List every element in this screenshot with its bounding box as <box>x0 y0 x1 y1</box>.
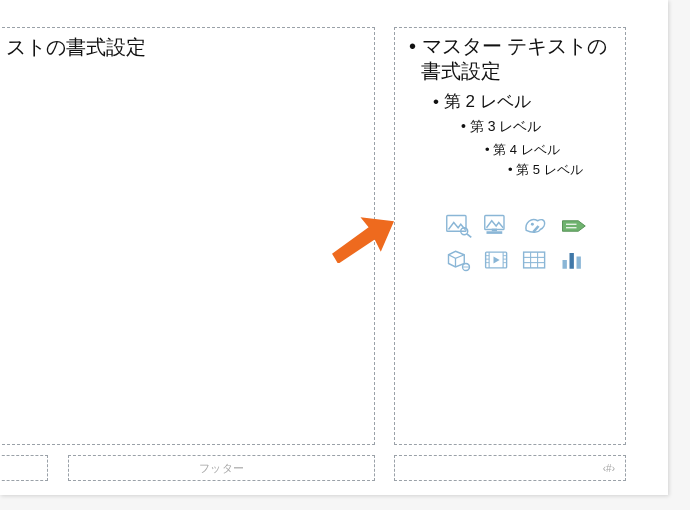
date-placeholder[interactable] <box>0 455 48 481</box>
slide-area: ストの書式設定 マスター テキストの書式設定 第 2 レベル 第 3 レベル 第… <box>0 2 668 495</box>
online-picture-icon[interactable] <box>481 212 513 240</box>
svg-rect-3 <box>485 216 504 230</box>
outline-bullets: マスター テキストの書式設定 第 2 レベル 第 3 レベル 第 4 レベル 第… <box>405 34 615 178</box>
slide-number-token: ‹#› <box>603 463 615 474</box>
svg-point-6 <box>531 223 534 226</box>
svg-line-2 <box>467 234 471 238</box>
slide-master-canvas: ストの書式設定 マスター テキストの書式設定 第 2 レベル 第 3 レベル 第… <box>0 0 668 495</box>
insert-table-icon[interactable] <box>519 246 551 274</box>
content-insert-grid <box>443 212 603 274</box>
picture-zoom-icon[interactable] <box>443 212 475 240</box>
svg-rect-4 <box>487 231 503 234</box>
svg-rect-25 <box>570 253 574 269</box>
svg-rect-5 <box>492 229 497 232</box>
svg-rect-24 <box>563 260 567 269</box>
svg-rect-19 <box>524 252 545 268</box>
annotation-arrow-icon <box>330 207 395 262</box>
bullet-level2: 第 2 レベル <box>405 90 615 113</box>
smartart-icon[interactable] <box>557 212 589 240</box>
bullet-level1: マスター テキストの書式設定 <box>417 34 615 84</box>
video-icon[interactable] <box>481 246 513 274</box>
bullet-level5: 第 5 レベル <box>405 163 615 178</box>
slide-number-placeholder[interactable]: ‹#› <box>394 455 626 481</box>
3d-model-icon[interactable] <box>443 246 475 274</box>
footer-placeholder[interactable]: フッター <box>68 455 375 481</box>
content-placeholder-right[interactable]: マスター テキストの書式設定 第 2 レベル 第 3 レベル 第 4 レベル 第… <box>394 27 626 445</box>
insert-chart-icon[interactable] <box>557 246 589 274</box>
bullet-level1-text: ストの書式設定 <box>6 34 366 61</box>
svg-rect-26 <box>577 257 581 269</box>
footer-label: フッター <box>199 461 245 476</box>
content-placeholder-left[interactable]: ストの書式設定 <box>0 27 375 445</box>
bullet-level3: 第 3 レベル <box>405 118 615 136</box>
icons-icon[interactable] <box>519 212 551 240</box>
bullet-level4: 第 4 レベル <box>405 141 615 159</box>
